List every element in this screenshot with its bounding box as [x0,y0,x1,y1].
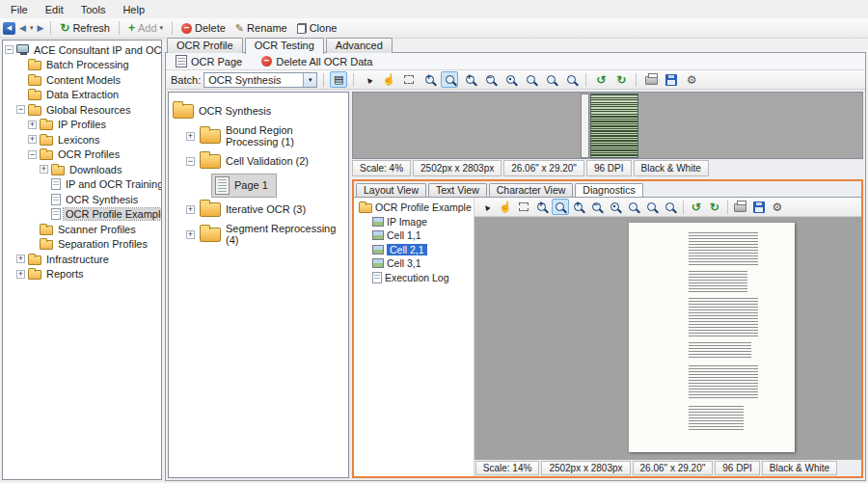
diag-zoom-out-icon[interactable] [588,199,606,215]
tab-ocr-profile[interactable]: OCR Profile [167,38,243,53]
menu-help[interactable]: Help [114,2,153,17]
batch-item-page-1[interactable]: Page 1 [173,174,344,197]
diag-pan-tool-icon[interactable]: ☝ [497,199,514,215]
batch-root[interactable]: OCR Synthesis [173,98,344,123]
menu-edit[interactable]: Edit [37,2,72,17]
diag-save-icon[interactable] [750,199,768,215]
top-rotate-right-icon[interactable]: ↻ [612,71,630,88]
tree-item-reports[interactable]: + Reports [3,267,161,282]
diag-rotate-left-icon[interactable]: ↺ [688,199,705,215]
diag-item-execution-log[interactable]: Execution Log [356,271,472,285]
top-zoom-region-icon[interactable] [420,71,438,88]
refresh-button[interactable]: ↻ Refresh [56,21,114,35]
batch-item-cell-validation[interactable]: − Cell Validation (2) [173,148,344,174]
diag-item-ip-image[interactable]: IP Image [356,215,472,229]
top-settings-icon[interactable]: ⚙ [683,71,700,88]
top-magnifier-tool-icon[interactable] [441,71,458,88]
expand-icon[interactable]: + [186,230,195,239]
page-overview-viewer[interactable] [352,92,863,159]
forward-button[interactable]: ▶ [35,22,45,34]
top-save-icon[interactable] [663,71,680,88]
top-select-region-icon[interactable] [400,71,418,88]
clone-button[interactable]: Clone [293,21,341,35]
preview-toggle-button[interactable]: ▤ [330,71,347,88]
expand-icon[interactable]: + [16,255,25,263]
top-zoom-fit-width-icon[interactable] [542,71,559,88]
top-pan-tool-icon[interactable]: ☝ [380,71,397,88]
back-dropdown-icon[interactable]: ▾ [30,24,34,32]
diag-rotate-right-icon[interactable]: ↻ [706,199,723,215]
document-page[interactable] [629,223,795,452]
expand-icon[interactable]: + [16,270,25,279]
expand-icon[interactable]: + [186,205,195,214]
expand-icon[interactable]: + [28,121,37,129]
add-button[interactable]: + Add ▾ [124,21,167,35]
delete-button[interactable]: − Delete [177,21,230,35]
tree-item-ocr-profiles[interactable]: − OCR Profiles [3,148,161,163]
collapse-icon[interactable]: − [16,105,25,114]
tree-item-ip-and-ocr-training[interactable]: IP and OCR Training [3,177,161,193]
batch-item-bound-region[interactable]: + Bound Region Processing (1) [173,123,344,148]
tree-item-lexicons[interactable]: + Lexicons [3,132,161,148]
tree-item-ocr-synthesis[interactable]: OCR Synthesis [3,192,161,207]
combobox-dropdown-icon[interactable]: ▾ [303,73,316,87]
diag-zoom-fit-height-icon[interactable] [662,199,679,215]
tree-item-scanner-profiles[interactable]: Scanner Profiles [3,222,161,237]
diag-root-ocr-profile-example[interactable]: OCR Profile Example [356,201,472,215]
batch-item-segment-reprocessing[interactable]: + Segment Reprocessing (4) [173,222,344,247]
tree-item-separation-profiles[interactable]: Separation Profiles [3,237,161,253]
diag-pointer-tool-icon[interactable]: ▲ [478,199,496,215]
batch-combobox[interactable]: OCR Synthesis ▾ [203,72,317,88]
top-zoom-fit-height-icon[interactable] [562,71,580,88]
diag-zoom-fit-icon[interactable] [625,199,642,215]
menu-tools[interactable]: Tools [72,2,115,17]
diag-item-cell-2-1[interactable]: Cell 2,1 [356,243,472,257]
tab-ocr-testing[interactable]: OCR Testing [245,38,324,54]
tree-item-ip-profiles[interactable]: + IP Profiles [3,118,161,133]
diag-select-region-icon[interactable] [515,199,532,215]
expand-icon[interactable]: + [40,165,48,174]
diag-zoom-region-icon[interactable] [533,199,551,215]
expand-icon[interactable]: + [28,135,37,144]
tree-item-ocr-profile-example[interactable]: OCR Profile Example [3,207,161,223]
top-zoom-fit-icon[interactable] [522,71,539,88]
diag-item-cell-3-1[interactable]: Cell 3,1 [356,256,472,271]
back-button[interactable]: ◀ [17,22,28,34]
tree-item-global-resources[interactable]: − Global Resources [3,102,161,118]
top-print-icon[interactable] [642,71,660,88]
tree-item-root[interactable]: − ACE Consultant IP and OCR [3,42,161,58]
top-zoom-in-icon[interactable] [461,71,478,88]
tree-item-batch-processing[interactable]: Batch Processing [3,58,161,73]
diagnostics-document-viewer[interactable] [475,217,861,460]
tab-advanced[interactable]: Advanced [326,38,393,53]
nav-panel-icon[interactable]: ◀ [3,22,15,35]
collapse-icon[interactable]: − [28,150,37,159]
top-pointer-tool-icon[interactable]: ▲ [360,71,377,88]
page-selection[interactable]: Page 1 [211,174,277,198]
diag-print-icon[interactable] [732,199,749,215]
menu-file[interactable]: File [2,2,37,17]
tree-item-infrastructure[interactable]: + Infrastructure [3,252,161,267]
rename-button[interactable]: ✎ Rename [231,21,291,36]
tab-layout-view[interactable]: Layout View [356,183,426,197]
tree-item-data-extraction[interactable]: Data Extraction [3,88,161,103]
top-rotate-left-icon[interactable]: ↺ [592,71,610,88]
diag-zoom-actual-icon[interactable] [607,199,624,215]
top-zoom-actual-icon[interactable] [502,71,519,88]
tab-character-view[interactable]: Character View [489,183,574,197]
tab-diagnostics[interactable]: Diagnostics [575,183,642,198]
tab-text-view[interactable]: Text View [428,183,487,197]
ocr-page-button[interactable]: OCR Page [172,55,246,67]
delete-all-ocr-data-button[interactable]: − Delete All OCR Data [258,56,376,67]
diag-settings-icon[interactable]: ⚙ [769,199,786,215]
top-zoom-out-icon[interactable] [481,71,499,88]
tree-item-downloads[interactable]: + Downloads [3,162,161,177]
diag-item-cell-1-1[interactable]: Cell 1,1 [356,228,472,243]
collapse-icon[interactable]: − [186,157,195,166]
page-thumbnail[interactable] [581,94,638,158]
batch-item-iterative-ocr[interactable]: + Iterative OCR (3) [173,197,344,222]
diag-zoom-fit-width-icon[interactable] [643,199,661,215]
collapse-icon[interactable]: − [5,45,14,54]
tree-item-content-models[interactable]: Content Models [3,72,161,88]
diag-zoom-in-icon[interactable] [570,199,587,215]
